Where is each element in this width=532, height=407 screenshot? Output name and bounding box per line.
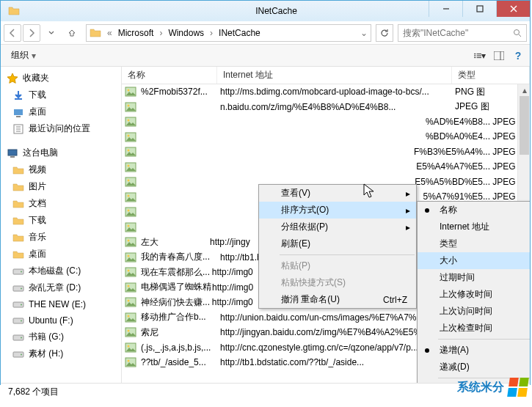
svg-rect-15 xyxy=(14,109,23,115)
submenu-arrow-icon: ▸ xyxy=(406,205,410,216)
menu-item[interactable]: 递减(D) xyxy=(418,359,530,375)
status-bar: 7,682 个项目 xyxy=(1,383,530,400)
menu-item[interactable]: 排序方式(O)▸ xyxy=(259,202,416,219)
file-row[interactable]: %AD%E4%B8... JPEG 图 xyxy=(122,114,530,130)
menu-item[interactable]: 上次访问时间 xyxy=(418,303,530,320)
navigation-pane: 收藏夹 下载桌面最近访问的位置 这台电脑 视频图片文档下载音乐桌面本地磁盘 (C… xyxy=(1,67,122,383)
scrollbar-thumb[interactable] xyxy=(520,96,529,155)
menu-item[interactable]: Internet 地址 xyxy=(418,219,530,235)
sidebar-item[interactable]: 音乐 xyxy=(1,229,121,246)
sidebar-item[interactable]: 书籍 (G:) xyxy=(1,329,121,345)
sidebar-item[interactable]: 文档 xyxy=(1,195,121,212)
submenu-arrow-icon: ▸ xyxy=(406,222,410,232)
menu-item[interactable]: 分组依据(P)▸ xyxy=(259,219,416,235)
svg-point-23 xyxy=(21,287,22,289)
computer-icon xyxy=(7,147,18,159)
column-header-type[interactable]: 类型 xyxy=(452,67,530,84)
column-header-name[interactable]: 名称 xyxy=(122,67,217,84)
svg-point-33 xyxy=(128,89,130,92)
file-row[interactable]: F%B3%E5%A4%... JPEG 图 xyxy=(122,144,530,160)
menu-item[interactable]: 类型 xyxy=(418,235,530,252)
chevron-right-icon[interactable]: « xyxy=(104,28,115,38)
item-count: 7,682 个项目 xyxy=(8,386,59,398)
breadcrumb[interactable]: INetCache xyxy=(219,28,260,38)
maximize-button[interactable] xyxy=(462,1,496,17)
forward-button[interactable] xyxy=(23,24,40,42)
help-button[interactable]: ? xyxy=(512,50,524,62)
file-name: 索尼 xyxy=(141,326,220,339)
column-header-address[interactable]: Internet 地址 xyxy=(217,67,452,84)
file-name: 神经病们快去赚... xyxy=(141,296,212,309)
sidebar-item[interactable]: 素材 (H:) xyxy=(1,345,121,362)
menu-item[interactable]: 递增(A) xyxy=(418,342,530,359)
sidebar-item[interactable]: THE NEW (E:) xyxy=(1,296,121,312)
menu-item[interactable]: 大小 xyxy=(418,252,530,269)
svg-point-57 xyxy=(128,270,130,272)
menu-item[interactable]: 撤消 重命名(U)Ctrl+Z xyxy=(259,291,416,308)
svg-point-51 xyxy=(128,224,130,227)
sidebar-item[interactable]: 下载 xyxy=(1,212,121,229)
close-button[interactable] xyxy=(496,1,530,17)
svg-point-41 xyxy=(128,150,130,152)
navbar: « Microsoft › Windows › INetCache ⌄ xyxy=(1,21,530,45)
sidebar-favorites[interactable]: 收藏夹 xyxy=(1,70,121,87)
sidebar-item[interactable]: Ubuntu (F:) xyxy=(1,312,121,329)
menu-item[interactable]: 查看(V)▸ xyxy=(259,185,416,202)
column-headers: 名称 Internet 地址 类型 xyxy=(122,67,530,84)
menu-item[interactable]: 上次修改时间 xyxy=(418,286,530,303)
file-name: 我的青春高八度... xyxy=(141,251,220,263)
chevron-right-icon[interactable]: › xyxy=(207,28,216,38)
file-row[interactable]: %2Fmobi5372f...http://ms.bdimg.com/mobca… xyxy=(122,84,530,100)
svg-point-31 xyxy=(21,353,22,355)
refresh-button[interactable] xyxy=(376,24,393,42)
menu-item[interactable]: 更多(M)... xyxy=(418,381,530,383)
sidebar-item[interactable]: 最近访问的位置 xyxy=(1,120,121,137)
sidebar-item[interactable]: 桌面 xyxy=(1,246,121,263)
breadcrumb[interactable]: Microsoft xyxy=(118,28,154,38)
file-row[interactable]: %BD%A0%E4... JPEG 图 xyxy=(122,130,530,145)
up-button[interactable] xyxy=(62,23,81,43)
menu-item[interactable]: 名称 xyxy=(418,202,530,219)
file-row[interactable]: n.baidu.com/z/img/%E4%B8%AD%E4%B8...JPEG… xyxy=(122,100,530,115)
menu-item[interactable]: 过期时间 xyxy=(418,269,530,286)
svg-point-55 xyxy=(128,254,130,257)
menu-item[interactable]: 上次检查时间 xyxy=(418,320,530,337)
svg-point-21 xyxy=(21,271,22,272)
file-type: E5%A5%BD%E5... JPEG 图 xyxy=(415,176,527,188)
sidebar-item[interactable]: 桌面 xyxy=(1,103,121,120)
svg-rect-12 xyxy=(494,51,504,60)
address-dropdown-icon[interactable]: ⌄ xyxy=(360,28,368,38)
file-row[interactable]: E5%A4%A7%E5... JPEG 图 xyxy=(122,160,530,175)
svg-point-67 xyxy=(128,345,130,347)
sidebar-item[interactable]: 杂乱无章 (D:) xyxy=(1,279,121,296)
back-button[interactable] xyxy=(4,24,21,42)
svg-rect-19 xyxy=(10,156,15,158)
scroll-up-icon[interactable]: ▴ xyxy=(518,84,530,96)
search-input[interactable] xyxy=(403,28,513,38)
sidebar-item[interactable]: 图片 xyxy=(1,178,121,195)
preview-pane-button[interactable] xyxy=(493,50,505,62)
radio-icon xyxy=(425,348,429,353)
organize-button[interactable]: 组织 ▾ xyxy=(7,48,40,63)
search-box[interactable] xyxy=(398,24,527,42)
svg-point-53 xyxy=(128,240,130,242)
sidebar-item[interactable]: 视频 xyxy=(1,161,121,178)
recent-locations-dropdown[interactable] xyxy=(42,23,61,43)
svg-rect-14 xyxy=(15,98,22,100)
chevron-right-icon[interactable]: › xyxy=(156,28,165,38)
address-bar[interactable]: « Microsoft › Windows › INetCache ⌄ xyxy=(86,24,371,42)
breadcrumb[interactable]: Windows xyxy=(168,28,204,38)
context-menu: 查看(V)▸排序方式(O)▸分组依据(P)▸刷新(E)粘贴(P)粘贴快捷方式(S… xyxy=(258,184,417,309)
search-icon xyxy=(513,29,522,37)
sidebar-item[interactable]: 下载 xyxy=(1,87,121,103)
svg-point-69 xyxy=(128,360,130,362)
svg-point-59 xyxy=(128,285,130,287)
menu-item[interactable]: 刷新(E) xyxy=(259,235,416,252)
svg-point-49 xyxy=(128,210,130,212)
minimize-button[interactable] xyxy=(429,1,462,17)
chevron-down-icon: ▾ xyxy=(32,51,36,61)
sidebar-item[interactable]: 本地磁盘 (C:) xyxy=(1,263,121,279)
radio-icon xyxy=(425,208,429,213)
sidebar-this-pc[interactable]: 这台电脑 xyxy=(1,144,121,161)
view-options-button[interactable]: ▾ xyxy=(474,50,486,62)
